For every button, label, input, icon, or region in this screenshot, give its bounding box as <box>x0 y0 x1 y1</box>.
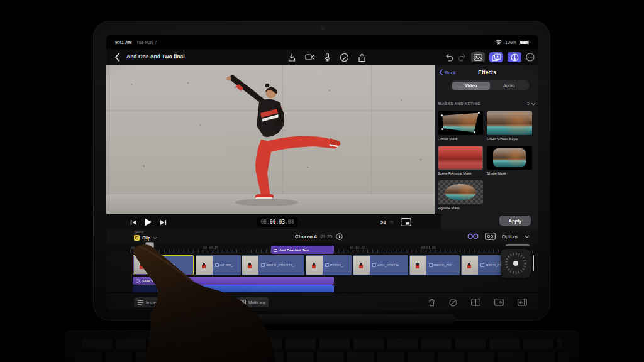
next-frame-button[interactable] <box>160 219 167 226</box>
connected-clip[interactable]: And One And Two <box>271 246 334 254</box>
tool-label: Clip <box>142 236 150 240</box>
playhead-handle[interactable] <box>145 242 154 248</box>
status-bar: 9:41 AM Tue May 7 100% <box>106 35 538 49</box>
timeline-clip[interactable]: F06011_03261153_... <box>242 255 304 275</box>
timeline-clip[interactable]: C03001_... <box>306 255 352 275</box>
inspect-button[interactable]: Inspect <box>134 297 163 307</box>
apply-button[interactable]: Apply <box>499 216 531 226</box>
import-icon[interactable] <box>287 53 296 62</box>
clip-thumbnail <box>410 256 426 275</box>
tab-video[interactable]: Video <box>452 82 491 90</box>
ruler-label: 00:00:15 <box>203 246 218 250</box>
scene: 9:41 AM Tue May 7 100% And One And Two f… <box>0 0 644 362</box>
ipad-device: 9:41 AM Tue May 7 100% And One And Two f… <box>93 21 550 321</box>
media-browser-button[interactable] <box>471 52 485 62</box>
date: Tue May 7 <box>136 40 157 45</box>
multicam-label: Multicam <box>248 300 265 305</box>
linked-clips-icon[interactable] <box>467 233 479 239</box>
timeline-clip[interactable]: A01002_... <box>196 255 241 275</box>
keyboard-function-row <box>82 339 562 349</box>
section-chevron-icon[interactable] <box>531 102 536 106</box>
keyboard-hinge <box>189 314 455 324</box>
tool-hint: Select <box>134 230 143 234</box>
share-icon[interactable] <box>358 53 366 62</box>
timeline-clip[interactable]: F06011_032... <box>409 255 460 275</box>
keyboard-number-row <box>75 352 569 362</box>
timeline-clip[interactable]: 0_03261110 <box>133 255 194 275</box>
info-icon[interactable] <box>336 233 343 240</box>
project-duration: 01:25 <box>321 234 333 239</box>
audio-clip[interactable] <box>133 285 157 292</box>
previous-frame-button[interactable] <box>130 219 137 226</box>
viewer-display-icon[interactable] <box>401 218 411 226</box>
clip-thumbnail <box>462 256 478 275</box>
timeline-toolbar: Inspect Animate Multicam <box>106 293 538 310</box>
effects-browser-button[interactable] <box>489 52 503 62</box>
effect-scene-removal-mask[interactable] <box>438 146 483 170</box>
clip-thumbnail <box>353 256 370 275</box>
split-clip-icon[interactable] <box>471 299 480 306</box>
media-type-segmented-control: Video Audio <box>451 80 529 90</box>
viewer-zoom-unit: % <box>389 219 394 225</box>
redo-icon[interactable] <box>458 53 467 62</box>
effect-label: Vignette Mask <box>438 206 460 210</box>
timeline-clip[interactable]: A001_0326134... <box>353 255 408 275</box>
effect-label: Green Screen Keyer <box>487 137 518 141</box>
tab-audio[interactable]: Audio <box>490 82 528 90</box>
timeline-header: Select Clip Choreo 4 01:25 Options <box>106 229 538 244</box>
clip-name: F06011_032... <box>429 255 458 275</box>
connected-clip-label: And One And Two <box>279 248 309 252</box>
clip-thumbnail <box>196 256 213 275</box>
project-name: Choreo 4 <box>295 234 317 239</box>
options-button[interactable]: Options <box>502 234 518 239</box>
vertical-scrollbar[interactable] <box>533 255 534 272</box>
clip-name: F06011_03261153_... <box>261 255 303 275</box>
disable-clip-icon[interactable] <box>449 299 457 307</box>
multicam-button[interactable]: Multicam <box>236 297 269 307</box>
undo-icon[interactable] <box>445 53 453 62</box>
more-options-icon[interactable] <box>526 53 535 62</box>
viewer-zoom-value: 53 <box>380 219 386 225</box>
effect-corner-mask[interactable] <box>438 111 483 135</box>
draw-tool-icon[interactable] <box>340 53 349 62</box>
options-chevron-icon[interactable] <box>525 235 530 238</box>
jog-wheel[interactable] <box>501 249 531 278</box>
ruler-label: 00:00:00 <box>131 246 146 250</box>
music-clip-label: DANCE <box>142 279 154 283</box>
ruler-label: 00:00:45 <box>350 246 365 250</box>
clip-name: C03001_... <box>325 255 350 275</box>
tool-selector[interactable]: Clip <box>134 235 157 241</box>
animate-label: Animate <box>216 300 231 305</box>
timeline[interactable]: 00:00:00 00:00:15 00:00:30 00:00:45 00:0… <box>106 244 538 293</box>
effect-shape-mask[interactable] <box>487 146 532 170</box>
pencil-tools-button[interactable] <box>508 52 521 62</box>
back-button[interactable] <box>114 53 120 62</box>
audio-clip[interactable] <box>157 285 334 292</box>
music-clip-icon <box>136 279 140 283</box>
timecode-main: 00:03 <box>270 219 285 225</box>
battery-icon <box>519 40 531 45</box>
effect-label: Shape Mask <box>487 172 506 175</box>
connected-clip-icon <box>274 249 277 252</box>
app-toolbar: And One And Two final <box>106 49 538 65</box>
trim-end-icon[interactable] <box>518 299 527 306</box>
play-button[interactable] <box>145 218 152 226</box>
effect-label: Corner Mask <box>438 137 457 141</box>
clip-thumbnail <box>242 256 258 275</box>
multicam-view-icon[interactable] <box>485 233 496 240</box>
clip-name: 0_03261110 <box>153 256 192 275</box>
effect-vignette-mask[interactable] <box>438 180 483 204</box>
battery-percent: 100% <box>505 40 516 45</box>
section-count: 5 <box>527 101 530 106</box>
effect-green-screen-keyer[interactable] <box>487 111 532 135</box>
delete-icon[interactable] <box>428 299 435 307</box>
timeline-scrollbar[interactable] <box>506 244 530 246</box>
section-title: MASKS AND KEYING <box>438 102 480 106</box>
magic-keyboard <box>65 331 579 362</box>
microphone-icon[interactable] <box>324 53 331 62</box>
clip-thumbnail <box>306 256 323 275</box>
music-clip[interactable]: DANCE <box>133 277 334 285</box>
animate-button[interactable]: Animate <box>204 297 235 307</box>
camera-icon[interactable] <box>305 53 315 61</box>
trim-start-icon[interactable] <box>494 299 504 306</box>
